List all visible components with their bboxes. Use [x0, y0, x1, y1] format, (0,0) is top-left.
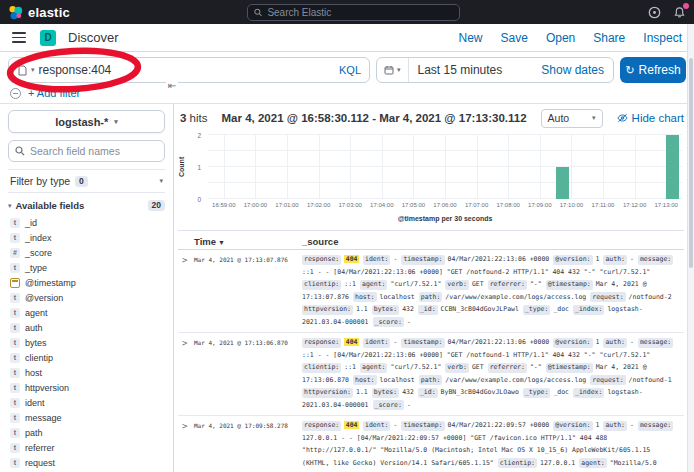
x-tick-label: 17:06:00 [433, 202, 456, 208]
query-input-box[interactable]: ▾ KQL [8, 57, 370, 83]
field-badge: auth: [603, 421, 627, 431]
field-item-@timestamp[interactable]: @timestamp [8, 275, 165, 290]
field-value: 432 [402, 305, 414, 313]
field-value: 04/Mar/2021:22:09:57 +0000 [448, 421, 550, 429]
field-badge: timestamp: [401, 421, 444, 431]
available-fields-header[interactable]: ▾ Available fields 20 [8, 200, 165, 211]
gridline-v [287, 135, 288, 199]
hide-chart-button[interactable]: Hide chart [617, 112, 684, 124]
x-tick-label: 17:02:00 [307, 202, 330, 208]
inspect-button[interactable]: Inspect [643, 31, 682, 45]
save-button[interactable]: Save [501, 31, 528, 45]
open-button[interactable]: Open [546, 31, 575, 45]
field-item-request[interactable]: trequest [8, 455, 165, 470]
field-type-icon: t [10, 368, 20, 378]
saved-query-icon[interactable] [17, 65, 27, 76]
field-badge: message: [638, 255, 673, 265]
global-header: elastic [0, 0, 694, 24]
field-item-message[interactable]: tmessage [8, 410, 165, 425]
field-name: host [25, 368, 42, 378]
time-column-header[interactable]: Time▼ [194, 236, 302, 247]
scrollbar[interactable] [687, 24, 694, 472]
new-button[interactable]: New [459, 31, 483, 45]
field-badge: request: [590, 375, 625, 385]
field-name: _id [25, 218, 37, 228]
add-filter-button[interactable]: + Add filter [28, 87, 80, 99]
query-language-button[interactable]: KQL [339, 64, 361, 76]
x-axis-label: @timestamp per 30 seconds [208, 215, 682, 222]
expand-row-icon[interactable]: > [178, 253, 194, 328]
field-type-date-icon [10, 278, 20, 288]
field-value: /var/www/example.com/logs/access.log [445, 293, 586, 301]
field-item-_score[interactable]: #_score [8, 245, 165, 260]
search-icon [254, 8, 262, 17]
global-search-input[interactable] [267, 7, 453, 18]
field-search-box[interactable] [8, 140, 165, 162]
field-badge: referrer: [488, 363, 527, 373]
y-tick-label: 0 [197, 196, 201, 203]
histogram-chart: Count 012 16:59:0017:00:0017:01:0017:02:… [178, 131, 684, 231]
refresh-button[interactable]: ↻ Refresh [620, 57, 686, 83]
scrollbar-thumb[interactable] [689, 58, 693, 268]
gridline-v [477, 135, 478, 199]
field-badge: clientip: [302, 280, 341, 290]
interval-select[interactable]: Auto ▾ [541, 109, 603, 128]
field-item-path[interactable]: tpath [8, 425, 165, 440]
field-badge: host: [353, 375, 377, 385]
field-name: path [25, 428, 43, 438]
gridline-v [508, 135, 509, 199]
field-item-_index[interactable]: t_index [8, 230, 165, 245]
field-value: 04/Mar/2021:22:13:06 +0000 [448, 255, 550, 263]
quick-select-button[interactable]: ▾ [377, 58, 409, 82]
field-item-ident[interactable]: tident [8, 395, 165, 410]
field-name: agent [25, 308, 48, 318]
expand-row-icon[interactable]: > [178, 336, 194, 411]
field-item-referrer[interactable]: treferrer [8, 440, 165, 455]
field-item-_type[interactable]: t_type [8, 260, 165, 275]
query-input[interactable] [39, 63, 335, 77]
field-search-input[interactable] [30, 145, 158, 157]
share-button[interactable]: Share [593, 31, 625, 45]
field-item-httpversion[interactable]: thttpversion [8, 380, 165, 395]
field-type-icon: # [10, 248, 20, 258]
field-item-agent[interactable]: tagent [8, 305, 165, 320]
histogram-bar[interactable] [666, 135, 679, 199]
field-badge: agent: [360, 363, 387, 373]
time-range-value[interactable]: Last 15 minutes [409, 63, 512, 77]
help-icon[interactable] [648, 6, 661, 19]
chevron-down-icon[interactable]: ▾ [31, 66, 35, 74]
x-tick-label: 17:11:00 [592, 202, 615, 208]
field-badge: host: [353, 292, 377, 302]
field-badge: ident: [363, 338, 390, 348]
eye-slash-icon [617, 113, 628, 123]
elastic-logo[interactable]: elastic [8, 5, 70, 20]
app-actions: New Save Open Share Inspect [459, 31, 682, 45]
elastic-logo-icon [8, 5, 23, 20]
time-range-display: Mar 4, 2021 @ 16:58:30.112 - Mar 4, 2021… [208, 112, 541, 124]
field-value: 1.1 [356, 388, 368, 396]
notifications-button[interactable] [673, 6, 686, 19]
filter-options-icon[interactable] [10, 88, 21, 99]
field-item-bytes[interactable]: tbytes [8, 335, 165, 350]
filter-bar: + Add filter [0, 85, 694, 104]
chevron-down-icon: ▾ [159, 177, 163, 185]
expand-row-icon[interactable]: > [178, 419, 194, 472]
field-item-auth[interactable]: tauth [8, 320, 165, 335]
field-item-host[interactable]: thost [8, 365, 165, 380]
menu-icon[interactable] [12, 32, 26, 43]
field-name: bytes [25, 338, 47, 348]
field-value: - [630, 255, 634, 263]
field-item-_id[interactable]: t_id [8, 215, 165, 230]
field-item-clientip[interactable]: tclientip [8, 350, 165, 365]
field-value: 1 [596, 255, 600, 263]
index-pattern-select[interactable]: logstash-* ▾ [8, 110, 165, 133]
filter-by-type[interactable]: Filter by type 0 ▾ [8, 169, 165, 193]
show-dates-button[interactable]: Show dates [541, 63, 613, 77]
histogram-bar[interactable] [556, 167, 569, 199]
x-tick-label: 17:01:00 [275, 202, 298, 208]
field-item-@version[interactable]: t@version [8, 290, 165, 305]
field-value: 1 [596, 421, 600, 429]
chevron-down-icon: ▾ [397, 66, 401, 74]
global-search[interactable] [247, 4, 460, 21]
collapse-sidebar-icon[interactable]: ⇤ [166, 80, 178, 91]
